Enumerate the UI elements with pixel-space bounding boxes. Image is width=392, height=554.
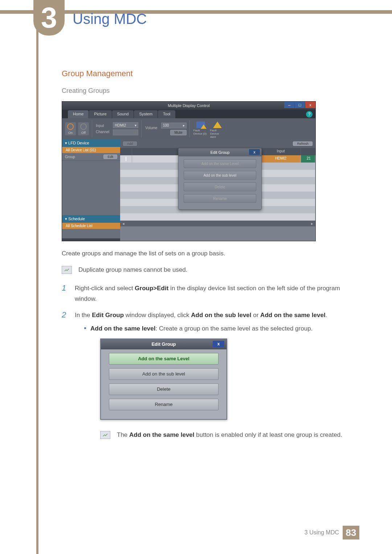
dialog2-title: Edit Group [151, 340, 176, 348]
warning-icon [201, 124, 207, 129]
fault-device-alert[interactable]: Fault Device Alert [210, 122, 225, 136]
app-titlebar: Multiple Display Control – □ x [62, 102, 315, 110]
add-sub-level-button[interactable]: Add on the sub level [109, 368, 219, 380]
note-icon [62, 266, 72, 274]
note-text-2: The Add on the same level button is enab… [117, 430, 352, 440]
dialog-title: Edit Group [211, 150, 230, 155]
input-dropdown[interactable]: HDMI2▾ [113, 122, 138, 128]
step-number-2: 2 [62, 310, 69, 320]
dialog-close-button[interactable]: x [249, 149, 260, 155]
refresh-button[interactable]: Refresh [293, 141, 313, 146]
ribbon: On Off Input Channel HDMI2▾ [62, 118, 315, 139]
input-label: Input [96, 124, 109, 128]
tab-tool[interactable]: Tool [158, 110, 175, 118]
app-screenshot: Multiple Display Control – □ x ? Home Pi… [62, 101, 316, 241]
list-row [120, 213, 315, 221]
sidebar-group-row: Group Edit [62, 153, 120, 161]
sidebar-schedule-header[interactable]: ▾ Schedule [62, 215, 120, 223]
power-icon [67, 123, 74, 130]
add-sub-level-button[interactable]: Add on the sub level [184, 171, 256, 180]
step-number-1: 1 [62, 283, 69, 293]
chapter-number-badge: 3 [33, 0, 65, 36]
volume-value: 100 [163, 123, 169, 127]
page-footer: 3 Using MDC 83 [0, 526, 392, 539]
note-icon [100, 431, 110, 439]
tab-sound[interactable]: Sound [112, 110, 134, 118]
left-accent-strip [36, 0, 38, 554]
sidebar-group-label: Group [65, 155, 75, 159]
main-area: Add Refresh Power Input HDMI2 [120, 139, 315, 241]
row-input-value: HDMI2 [261, 155, 301, 163]
edit-group-dialog-detail: Edit Group x Add on the same Level Add o… [100, 338, 227, 420]
step-2-text: In the Edit Group window displayed, clic… [75, 310, 352, 440]
play-icon: ▸ [183, 123, 185, 127]
tab-system[interactable]: System [134, 110, 158, 118]
dialog2-close-button[interactable]: x [213, 341, 224, 347]
fault-device-count[interactable]: Fault Device (0) [193, 122, 208, 136]
sidebar-all-devices[interactable]: All Device List (01) [62, 147, 120, 153]
row-number: 21 [301, 155, 315, 163]
channel-label: Channel [96, 130, 109, 134]
scroll-left-icon[interactable]: ◂ [120, 221, 124, 226]
page-number: 83 [343, 526, 359, 539]
tab-home[interactable]: Home [68, 110, 89, 118]
add-same-level-button[interactable]: Add on the same Level [109, 353, 219, 365]
step-1-text: Right-click and select Group>Edit in the… [75, 283, 352, 304]
volume-label: Volume [145, 126, 157, 130]
delete-button[interactable]: Delete [109, 383, 219, 395]
section-subheading: Creating Groups [62, 87, 352, 95]
mute-button[interactable]: Mute [170, 130, 186, 135]
window-close-button[interactable]: x [305, 102, 315, 108]
delete-button[interactable]: Delete [184, 182, 256, 191]
spinner-icon: ▴▾ [133, 131, 136, 135]
chapter-title: Using MDC [73, 11, 147, 27]
app-title: Multiple Display Control [168, 103, 210, 108]
window-maximize-button[interactable]: □ [295, 102, 305, 108]
power-on-label: On [68, 131, 73, 135]
power-off-label: Off [81, 131, 86, 135]
dialog2-titlebar: Edit Group x [101, 339, 226, 349]
footer-label: 3 Using MDC [305, 529, 339, 536]
power-icon [80, 123, 87, 130]
intro-text: Create groups and manage the list of set… [62, 249, 352, 258]
chevron-down-icon: ▾ [135, 123, 136, 127]
help-icon[interactable]: ? [306, 111, 313, 118]
edit-group-dialog: Edit Group x Add on the same Level Add o… [178, 148, 262, 210]
channel-spinner[interactable]: ▴▾ [113, 130, 138, 135]
volume-field[interactable]: 100▸ [161, 123, 187, 128]
fault-count-label: Fault Device (0) [193, 129, 208, 135]
note-text: Duplicate group names cannot be used. [78, 265, 188, 275]
warning-icon [213, 122, 222, 128]
rename-button[interactable]: Rename [109, 399, 219, 410]
scroll-right-icon[interactable]: ▸ [311, 221, 315, 226]
input-value: HDMI2 [115, 123, 126, 127]
add-same-level-button[interactable]: Add on the same Level [184, 159, 256, 168]
tab-picture[interactable]: Picture [89, 110, 111, 118]
power-off-button[interactable]: Off [78, 122, 89, 135]
app-tabs: Home Picture Sound System Tool [62, 110, 315, 118]
col-input: Input [261, 148, 301, 155]
section-heading: Group Management [62, 69, 352, 78]
sidebar-all-schedule[interactable]: All Schedule List [62, 223, 120, 229]
fault-alert-label: Fault Device Alert [210, 129, 225, 139]
window-minimize-button[interactable]: – [284, 102, 294, 108]
add-button[interactable]: Add [123, 141, 137, 146]
sidebar-edit-button[interactable]: Edit [103, 155, 117, 159]
sidebar-lfd-header[interactable]: ▾ LFD Device [62, 139, 120, 147]
power-on-button[interactable]: On [65, 122, 76, 135]
dialog-titlebar: Edit Group x [179, 148, 261, 156]
rename-button[interactable]: Rename [184, 194, 256, 203]
sidebar: ▾ LFD Device All Device List (01) Group … [62, 139, 120, 241]
bullet-icon [84, 327, 86, 329]
row-checkbox[interactable] [126, 157, 126, 161]
